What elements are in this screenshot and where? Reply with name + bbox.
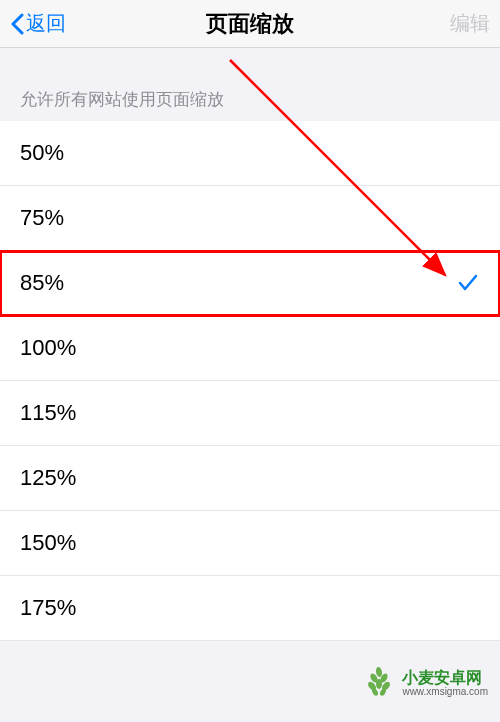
checkmark-icon xyxy=(456,271,480,295)
svg-point-6 xyxy=(376,679,382,689)
back-button[interactable]: 返回 xyxy=(10,10,66,37)
zoom-option-label: 175% xyxy=(20,595,76,621)
zoom-option-100[interactable]: 100% xyxy=(0,316,500,381)
zoom-option-75[interactable]: 75% xyxy=(0,186,500,251)
zoom-option-label: 75% xyxy=(20,205,64,231)
zoom-option-85[interactable]: 85% xyxy=(0,251,500,316)
zoom-option-label: 100% xyxy=(20,335,76,361)
section-header: 允许所有网站使用页面缩放 xyxy=(0,48,500,121)
zoom-option-125[interactable]: 125% xyxy=(0,446,500,511)
wheat-logo-icon xyxy=(362,664,396,702)
watermark: 小麦安卓网 www.xmsigma.com xyxy=(362,664,488,702)
watermark-url: www.xmsigma.com xyxy=(402,686,488,697)
zoom-option-label: 125% xyxy=(20,465,76,491)
zoom-option-label: 50% xyxy=(20,140,64,166)
navbar: 返回 页面缩放 编辑 xyxy=(0,0,500,48)
svg-point-2 xyxy=(376,667,384,678)
zoom-option-150[interactable]: 150% xyxy=(0,511,500,576)
zoom-level-list: 50% 75% 85% 100% 115% 125% 150% 175% xyxy=(0,121,500,641)
zoom-option-label: 150% xyxy=(20,530,76,556)
chevron-left-icon xyxy=(10,13,24,35)
zoom-option-label: 85% xyxy=(20,270,64,296)
zoom-option-label: 115% xyxy=(20,400,76,426)
edit-button[interactable]: 编辑 xyxy=(450,10,490,37)
back-label: 返回 xyxy=(26,10,66,37)
zoom-option-175[interactable]: 175% xyxy=(0,576,500,641)
zoom-option-115[interactable]: 115% xyxy=(0,381,500,446)
page-title: 页面缩放 xyxy=(206,9,294,39)
zoom-option-50[interactable]: 50% xyxy=(0,121,500,186)
watermark-name: 小麦安卓网 xyxy=(402,669,488,687)
